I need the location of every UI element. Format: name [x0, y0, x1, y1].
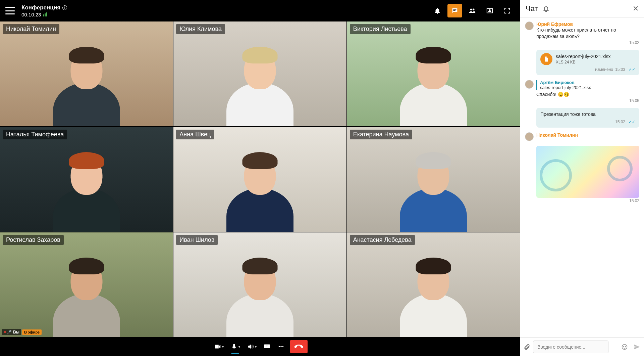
chat-toggle-button[interactable] [447, 4, 462, 17]
svg-point-5 [489, 9, 490, 11]
read-checks-icon: ✓✓ [629, 67, 635, 72]
signal-icon [43, 12, 47, 16]
chat-panel: Чат ✕ Юрий Ефремов Кто-нибудь может прис… [520, 0, 644, 356]
chat-message: Юрий Ефремов Кто-нибудь может прислать о… [525, 21, 639, 45]
top-actions [430, 4, 515, 17]
svg-point-3 [473, 9, 475, 10]
participant-tile[interactable]: Николай Томилин [0, 21, 173, 126]
participant-name: Анастасия Лебедева [350, 235, 415, 245]
chevron-down-icon: ▾ [238, 345, 240, 349]
participant-name: Анна Швец [176, 130, 214, 139]
speaker-button[interactable]: ▾ [246, 341, 258, 352]
chat-message: Николай Томилин [525, 132, 639, 141]
message-text: Кто-нибудь может прислать отчет по прода… [536, 27, 639, 40]
file-meta: XLS 24 KB [556, 60, 635, 64]
message-sender: Николай Томилин [536, 132, 639, 138]
live-badge: В эфире [22, 329, 42, 335]
mic-off-icon: ✕🎤 [3, 330, 12, 335]
participant-tile[interactable]: Екатерина Наумова [347, 127, 520, 232]
notifications-button[interactable] [430, 4, 445, 17]
svg-point-11 [622, 344, 627, 349]
call-timer: 00:10:23 [21, 12, 41, 17]
message-text: Презентация тоже готова [540, 111, 635, 118]
svg-point-13 [625, 346, 626, 347]
participant-tile[interactable]: Иван Шилов [173, 232, 346, 337]
chat-header: Чат ✕ [520, 0, 644, 17]
share-screen-button[interactable] [262, 341, 272, 352]
camera-button[interactable]: ▾ [213, 341, 225, 352]
participant-tile[interactable]: Юлия Климова [173, 21, 346, 126]
title-block: Конференция i 00:10:23 [21, 4, 67, 17]
image-message[interactable]: 15:02 [536, 146, 639, 203]
participant-name: Иван Шилов [176, 235, 218, 245]
self-badges: ✕🎤Вы В эфире [2, 329, 42, 335]
send-button[interactable] [633, 343, 641, 351]
attach-button[interactable] [524, 344, 530, 350]
message-sender: Юрий Ефремов [536, 21, 639, 27]
avatar [525, 21, 534, 30]
layout-button[interactable] [482, 4, 497, 17]
video-grid: Николай Томилин Юлия Климова Виктория Ли… [0, 21, 520, 337]
mic-level-indicator [231, 353, 239, 354]
message-time: 15:02 [536, 40, 639, 45]
participant-tile[interactable]: Наталья Тимофеева [0, 127, 173, 232]
svg-point-10 [282, 346, 283, 347]
emoji-button[interactable] [621, 344, 628, 350]
message-time: 15:05 [536, 98, 639, 103]
participant-name: Виктория Листьева [350, 24, 411, 34]
participant-tile[interactable]: Виктория Листьева [347, 21, 520, 126]
svg-point-8 [278, 346, 280, 347]
message-sender: Артём Бирюков [540, 80, 639, 85]
svg-point-12 [624, 346, 624, 347]
close-chat-button[interactable]: ✕ [633, 4, 639, 13]
you-label: Вы [13, 330, 19, 335]
participant-name: Ростислав Захаров [3, 235, 64, 245]
file-message[interactable]: sales-report-july-2021.xlsx XLS 24 KB из… [536, 50, 639, 75]
message-time: 15:02 [615, 120, 625, 124]
video-conference-area: Конференция i 00:10:23 [0, 0, 520, 356]
chat-messages: Юрий Ефремов Кто-нибудь может прислать о… [520, 17, 644, 337]
svg-point-9 [280, 346, 282, 347]
chat-message: Артём Бирюков sales-report-july-2021.xls… [525, 80, 639, 103]
file-icon [540, 53, 552, 65]
fullscreen-button[interactable] [500, 4, 515, 17]
chat-input[interactable] [533, 341, 608, 353]
info-icon[interactable]: i [62, 5, 67, 10]
own-message: Презентация тоже готова 15:02✓✓ [536, 108, 639, 128]
participant-name: Юлия Климова [176, 24, 225, 34]
more-options-button[interactable] [276, 341, 286, 352]
chevron-down-icon: ▾ [222, 345, 224, 349]
message-time: 15:02 [536, 198, 639, 203]
file-name: sales-report-july-2021.xlsx [556, 54, 635, 59]
participant-name: Наталья Тимофеева [3, 130, 67, 139]
participant-tile[interactable]: Анастасия Лебедева [347, 232, 520, 337]
conference-title: Конференция [21, 4, 60, 11]
edited-label: изменено [595, 67, 613, 72]
top-bar: Конференция i 00:10:23 [0, 0, 520, 21]
participant-name: Николай Томилин [3, 24, 59, 34]
chat-input-row [520, 337, 644, 356]
message-text: Спасибо! 😊😏 [536, 91, 639, 98]
participant-tile[interactable]: Ростислав Захаров ✕🎤Вы В эфире [0, 232, 173, 337]
message-time: 15:03 [615, 67, 625, 72]
bottom-controls: ▾ ▾ ▾ [0, 337, 520, 356]
image-attachment[interactable] [536, 146, 639, 198]
participants-button[interactable] [465, 4, 480, 17]
participant-tile[interactable]: Анна Швец [173, 127, 346, 232]
svg-rect-0 [453, 9, 456, 10]
microphone-button[interactable]: ▾ [229, 341, 241, 352]
participant-name: Екатерина Наумова [350, 130, 412, 139]
quoted-message[interactable]: Артём Бирюков sales-report-july-2021.xls… [536, 80, 639, 90]
svg-point-2 [470, 9, 472, 10]
hangup-button[interactable] [290, 340, 308, 353]
chevron-down-icon: ▾ [255, 345, 257, 349]
svg-rect-1 [453, 10, 455, 11]
chat-notifications-button[interactable] [543, 5, 549, 12]
avatar [525, 80, 534, 89]
read-checks-icon: ✓✓ [629, 120, 635, 124]
menu-button[interactable] [5, 7, 15, 14]
chat-title: Чат [526, 4, 538, 13]
avatar [525, 132, 534, 141]
quoted-file: sales-report-july-2021.xlsx [540, 85, 639, 90]
